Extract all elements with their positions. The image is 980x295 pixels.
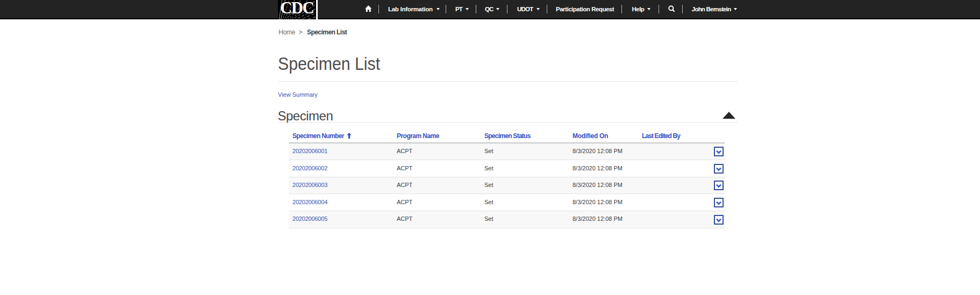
- svg-text:CDC: CDC: [280, 0, 314, 17]
